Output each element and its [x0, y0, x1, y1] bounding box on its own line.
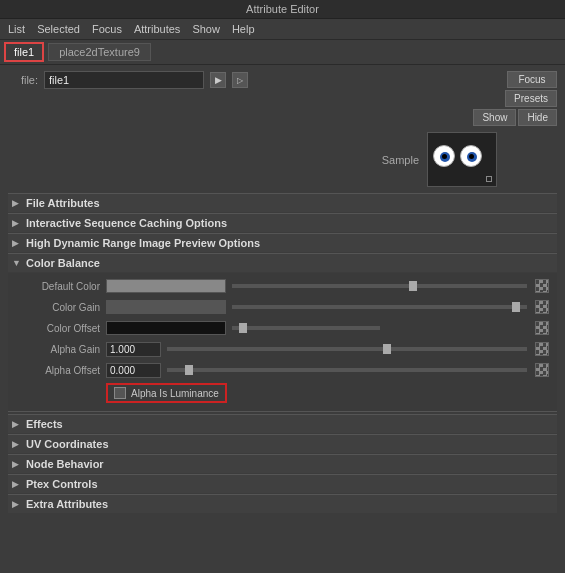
alpha-gain-checker[interactable] [535, 342, 549, 356]
alpha-luminance-checkbox[interactable] [114, 387, 126, 399]
color-gain-thumb [512, 302, 520, 312]
thumb-dot [486, 176, 492, 182]
eye-right [460, 145, 482, 167]
default-color-thumb [409, 281, 417, 291]
default-color-slider[interactable] [232, 284, 527, 288]
arrow-file-attributes: ▶ [12, 198, 22, 208]
tab-place2dtexture[interactable]: place2dTexture9 [48, 43, 151, 61]
alpha-offset-label: Alpha Offset [16, 365, 106, 376]
tab-file1[interactable]: file1 [4, 42, 44, 62]
show-hide-row: Show Hide [473, 109, 557, 126]
presets-button[interactable]: Presets [505, 90, 557, 107]
top-area: file: ▶ ▷ Focus Presets Show Hide [8, 71, 557, 126]
file-navigate-icon[interactable]: ▶ [210, 72, 226, 88]
alpha-gain-row: Alpha Gain [16, 340, 549, 358]
collapsed-sections: ▶ Effects ▶ UV Coordinates ▶ Node Behavi… [8, 414, 557, 513]
alpha-offset-input[interactable] [106, 363, 161, 378]
section-title-ptex-controls: Ptex Controls [26, 478, 98, 490]
arrow-ptex-controls: ▶ [12, 479, 22, 489]
main-content: file: ▶ ▷ Focus Presets Show Hide Sample [0, 65, 565, 572]
color-gain-swatch[interactable] [106, 300, 226, 314]
color-offset-row: Color Offset [16, 319, 549, 337]
color-gain-checker[interactable] [535, 300, 549, 314]
section-effects[interactable]: ▶ Effects [8, 414, 557, 433]
section-hdr[interactable]: ▶ High Dynamic Range Image Preview Optio… [8, 233, 557, 252]
arrow-node-behavior: ▶ [12, 459, 22, 469]
color-balance-content: Default Color Color Gain Color Offset [8, 273, 557, 412]
arrow-uv-coordinates: ▶ [12, 439, 22, 449]
section-title-hdr: High Dynamic Range Image Preview Options [26, 237, 260, 249]
arrow-interactive-seq: ▶ [12, 218, 22, 228]
default-color-row: Default Color [16, 277, 549, 295]
hide-button[interactable]: Hide [518, 109, 557, 126]
color-gain-slider[interactable] [232, 305, 527, 309]
section-color-balance[interactable]: ▼ Color Balance [8, 253, 557, 272]
section-title-interactive-seq: Interactive Sequence Caching Options [26, 217, 227, 229]
menu-list[interactable]: List [8, 23, 25, 35]
focus-button[interactable]: Focus [507, 71, 557, 88]
title-label: Attribute Editor [246, 3, 319, 15]
arrow-hdr: ▶ [12, 238, 22, 248]
color-offset-checker[interactable] [535, 321, 549, 335]
alpha-offset-slider[interactable] [167, 368, 527, 372]
section-uv-coordinates[interactable]: ▶ UV Coordinates [8, 434, 557, 453]
menu-help[interactable]: Help [232, 23, 255, 35]
menu-show[interactable]: Show [192, 23, 220, 35]
section-title-node-behavior: Node Behavior [26, 458, 104, 470]
alpha-gain-input[interactable] [106, 342, 161, 357]
color-offset-label: Color Offset [16, 323, 106, 334]
section-title-file-attributes: File Attributes [26, 197, 100, 209]
alpha-luminance-label: Alpha Is Luminance [131, 388, 219, 399]
alpha-luminance-row: Alpha Is Luminance [106, 383, 227, 403]
sample-thumbnail [427, 132, 497, 187]
default-color-checker[interactable] [535, 279, 549, 293]
default-color-label: Default Color [16, 281, 106, 292]
section-title-uv-coordinates: UV Coordinates [26, 438, 109, 450]
pupil-right [467, 152, 477, 162]
section-file-attributes[interactable]: ▶ File Attributes [8, 193, 557, 212]
arrow-effects: ▶ [12, 419, 22, 429]
color-offset-slider[interactable] [232, 326, 380, 330]
left-col: file: ▶ ▷ [8, 71, 473, 95]
arrow-color-balance: ▼ [12, 258, 22, 268]
file-arrow-icon[interactable]: ▷ [232, 72, 248, 88]
color-offset-swatch[interactable] [106, 321, 226, 335]
file-input[interactable] [44, 71, 204, 89]
menu-attributes[interactable]: Attributes [134, 23, 180, 35]
section-title-color-balance: Color Balance [26, 257, 100, 269]
alpha-offset-thumb [185, 365, 193, 375]
section-interactive-seq[interactable]: ▶ Interactive Sequence Caching Options [8, 213, 557, 232]
alpha-offset-checker[interactable] [535, 363, 549, 377]
menu-bar: List Selected Focus Attributes Show Help [0, 19, 565, 40]
section-ptex-controls[interactable]: ▶ Ptex Controls [8, 474, 557, 493]
title-bar: Attribute Editor [0, 0, 565, 19]
menu-focus[interactable]: Focus [92, 23, 122, 35]
color-gain-label: Color Gain [16, 302, 106, 313]
file-row: file: ▶ ▷ [8, 71, 473, 89]
alpha-gain-label: Alpha Gain [16, 344, 106, 355]
alpha-offset-row: Alpha Offset [16, 361, 549, 379]
menu-selected[interactable]: Selected [37, 23, 80, 35]
section-extra-attributes[interactable]: ▶ Extra Attributes [8, 494, 557, 513]
sample-label: Sample [382, 154, 419, 166]
default-color-swatch[interactable] [106, 279, 226, 293]
section-node-behavior[interactable]: ▶ Node Behavior [8, 454, 557, 473]
eye-left [433, 145, 455, 167]
right-col: Focus Presets Show Hide [473, 71, 557, 126]
section-title-effects: Effects [26, 418, 63, 430]
color-gain-row: Color Gain [16, 298, 549, 316]
pupil-left [440, 152, 450, 162]
show-button[interactable]: Show [473, 109, 516, 126]
alpha-gain-slider[interactable] [167, 347, 527, 351]
tab-bar: file1 place2dTexture9 [0, 40, 565, 65]
arrow-extra-attributes: ▶ [12, 499, 22, 509]
sample-area: Sample [8, 132, 497, 187]
section-title-extra-attributes: Extra Attributes [26, 498, 108, 510]
color-offset-thumb [239, 323, 247, 333]
file-label: file: [8, 74, 38, 86]
alpha-gain-thumb [383, 344, 391, 354]
